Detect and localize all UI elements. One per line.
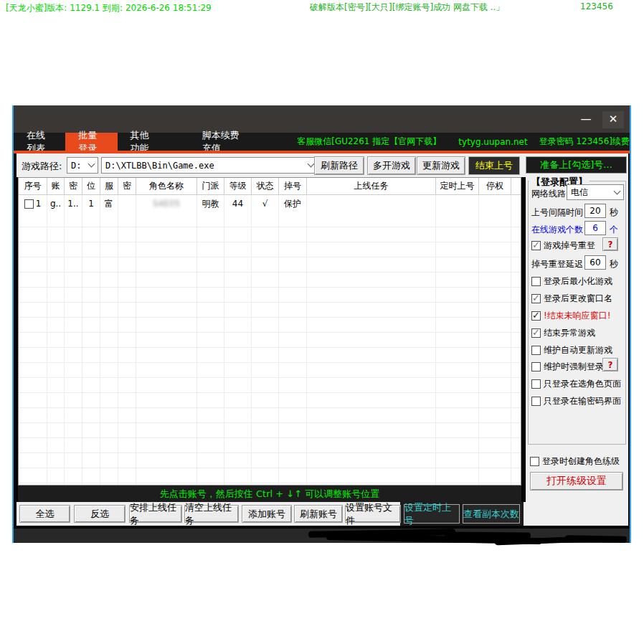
accounts-table[interactable]: 序号 1 账 g.. 密 1.. 位 1 服 富 密 bbox=[18, 177, 521, 486]
rename-window-check-row[interactable]: 登录后更改窗口名 bbox=[531, 293, 612, 305]
cell-drop[interactable]: 保护 bbox=[279, 195, 307, 212]
chevron-down-icon bbox=[88, 161, 95, 168]
auto-update-check-row[interactable]: 维护自动更新游戏 bbox=[531, 344, 612, 356]
col-index: 序号 1 bbox=[19, 178, 47, 485]
online-count-input[interactable]: 6 bbox=[584, 221, 606, 235]
close-icon[interactable]: ✕ bbox=[602, 111, 624, 128]
grid-filler bbox=[224, 212, 252, 485]
kill-unresponsive-check-row[interactable]: !结束未响应窗口! bbox=[531, 310, 611, 322]
grid-filler bbox=[197, 212, 224, 485]
col-drop: 掉号 保护 bbox=[279, 178, 307, 485]
minimize-game-checkbox[interactable] bbox=[531, 277, 541, 286]
cell-timed-login[interactable] bbox=[436, 195, 479, 212]
col-slot: 位 1 bbox=[82, 178, 100, 485]
only-password-page-check-row[interactable]: 只登录在输密码界面 bbox=[531, 395, 621, 407]
tab-script-recharge[interactable]: 脚本续费充值 bbox=[189, 133, 254, 151]
chevron-down-icon bbox=[614, 187, 621, 194]
col-timed-login: 定时上号 bbox=[436, 178, 479, 485]
chevron-down-icon bbox=[308, 161, 315, 168]
network-select[interactable]: 电信 bbox=[567, 184, 624, 200]
interval-input[interactable]: 20 bbox=[584, 204, 606, 218]
force-login-help-button[interactable]: ? bbox=[602, 358, 618, 371]
grid-filler bbox=[118, 212, 136, 485]
col-role-name: 角色名称 S4E05 bbox=[136, 178, 197, 485]
relogin-checkbox[interactable] bbox=[531, 241, 541, 250]
minimize-icon[interactable]: — bbox=[575, 111, 597, 128]
app-root: — ✕ 在线列表 批量登录 其他功能 脚本续费充值 客服微信[GU2261 指定… bbox=[0, 0, 644, 644]
multi-open-button[interactable]: 多开游戏 bbox=[367, 156, 416, 175]
clear-task-button[interactable]: 清空上线任务 bbox=[184, 505, 239, 523]
cell-role-name[interactable]: S4E05 bbox=[136, 195, 197, 212]
header-slot: 位 bbox=[82, 178, 100, 195]
grid-filler bbox=[100, 212, 118, 485]
only-role-page-checkbox[interactable] bbox=[531, 379, 541, 389]
drive-select-value: D: bbox=[71, 161, 81, 171]
kill-unresponsive-checkbox[interactable] bbox=[531, 311, 541, 321]
open-training-settings-button[interactable]: 打开练级设置 bbox=[530, 472, 623, 491]
kill-abnormal-label: 结束异常游戏 bbox=[544, 327, 595, 339]
drive-select[interactable]: D: bbox=[67, 157, 98, 174]
cell-slot[interactable]: 1 bbox=[82, 195, 100, 212]
end-login-button[interactable]: 结束上号 bbox=[468, 156, 520, 175]
site-link[interactable]: tytyg.uupan.net bbox=[458, 133, 527, 151]
kill-abnormal-check-row[interactable]: 结束异常游戏 bbox=[531, 327, 595, 339]
game-path-value: D:\XTLBB\Bin\Game.exe bbox=[105, 161, 214, 171]
cell-password2[interactable] bbox=[118, 195, 136, 212]
cell-suspend[interactable] bbox=[479, 195, 511, 212]
header-spare bbox=[511, 178, 521, 195]
online-count-unit: 个 bbox=[610, 224, 618, 236]
relogin-label: 游戏掉号重登 bbox=[544, 240, 595, 252]
create-role-checkbox[interactable] bbox=[530, 457, 539, 466]
kill-abnormal-checkbox[interactable] bbox=[531, 328, 541, 338]
rename-window-checkbox[interactable] bbox=[531, 294, 541, 303]
force-login-check-row[interactable]: 维护时强制登录 bbox=[531, 361, 604, 373]
only-password-page-checkbox[interactable] bbox=[531, 397, 541, 406]
grid-filler bbox=[307, 212, 436, 485]
set-timed-login-button[interactable]: 设置定时上号 bbox=[404, 504, 460, 524]
header-timed-login: 定时上号 bbox=[436, 178, 479, 195]
create-role-check-row[interactable]: 登录时创建角色练级 bbox=[530, 455, 620, 468]
invert-select-button[interactable]: 反选 bbox=[74, 505, 126, 523]
interval-unit: 秒 bbox=[610, 207, 618, 219]
cell-server[interactable]: 富 bbox=[100, 195, 118, 212]
delay-input[interactable]: 60 bbox=[584, 255, 606, 270]
cell-faction[interactable]: 明教 bbox=[197, 195, 224, 212]
only-role-page-check-row[interactable]: 只登录在选角色页面 bbox=[531, 378, 621, 390]
header-index: 序号 bbox=[19, 178, 47, 195]
relogin-check-row[interactable]: 游戏掉号重登 bbox=[531, 240, 595, 252]
cell-level[interactable]: 44 bbox=[224, 195, 252, 212]
grid-filler bbox=[82, 212, 100, 485]
cell-task[interactable] bbox=[307, 195, 436, 212]
refresh-path-button[interactable]: 刷新路径 bbox=[314, 156, 364, 175]
force-login-checkbox[interactable] bbox=[531, 362, 541, 371]
table-row[interactable]: 1 bbox=[19, 195, 47, 212]
select-all-button[interactable]: 全选 bbox=[19, 505, 70, 523]
relogin-help-button[interactable]: ? bbox=[602, 237, 618, 251]
view-dungeon-count-button[interactable]: 查看副本次数 bbox=[463, 504, 520, 524]
update-game-button[interactable]: 更新游戏 bbox=[417, 156, 465, 175]
auto-update-label: 维护自动更新游戏 bbox=[544, 344, 612, 356]
refresh-account-button[interactable]: 刷新账号 bbox=[294, 505, 343, 523]
version-expiry-text: [天龙小蜜]版本: 1129.1 到期: 2026-6-26 18:51:29 bbox=[6, 2, 212, 14]
tab-online-list[interactable]: 在线列表 bbox=[14, 133, 65, 151]
col-password2: 密 bbox=[118, 178, 136, 485]
game-path-combo[interactable]: D:\XTLBB\Bin\Game.exe bbox=[101, 157, 318, 174]
cell-status[interactable]: √ bbox=[252, 195, 279, 212]
arrange-task-button[interactable]: 安排上线任务 bbox=[129, 505, 182, 523]
grid-filler bbox=[436, 212, 479, 485]
header-password: 密 bbox=[65, 178, 82, 195]
header-server: 服 bbox=[100, 178, 118, 195]
set-account-file-button[interactable]: 设置账号文件 bbox=[345, 505, 401, 523]
tab-other-functions[interactable]: 其他功能 bbox=[118, 133, 169, 151]
add-account-button[interactable]: 添加账号 bbox=[242, 505, 292, 523]
auto-update-checkbox[interactable] bbox=[531, 346, 541, 355]
cell-account[interactable]: g.. bbox=[47, 195, 65, 212]
header-faction: 门派 bbox=[197, 178, 224, 195]
tab-batch-login[interactable]: 批量登录 bbox=[65, 133, 117, 151]
redacted-code: 123456 bbox=[580, 1, 613, 11]
row-checkbox[interactable] bbox=[24, 199, 34, 209]
header-drop: 掉号 bbox=[279, 178, 307, 195]
row-index: 1 bbox=[36, 199, 42, 209]
cell-password[interactable]: 1.. bbox=[65, 195, 82, 212]
minimize-game-check-row[interactable]: 登录后最小化游戏 bbox=[531, 275, 612, 288]
